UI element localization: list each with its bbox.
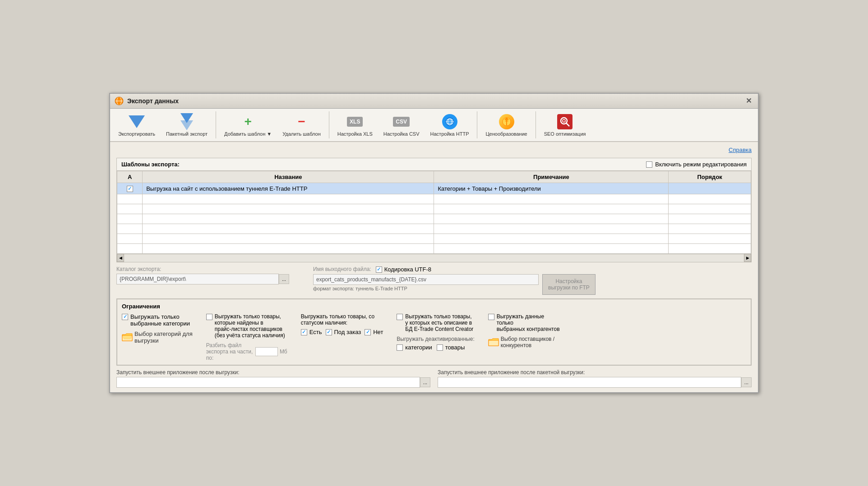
check-yes-checkbox[interactable] [301, 329, 307, 335]
add-template-icon: + [240, 114, 256, 130]
launch-section: Запустить внешнее приложение после выгру… [116, 369, 752, 388]
folder-cats-icon [122, 333, 133, 342]
goods-deact-label: товары [445, 344, 465, 351]
output-file-group: Имя выходного файла: Кодировка UTF-8 фор… [313, 266, 752, 295]
status-label: Выгружать только товары, со статусом нал… [301, 313, 383, 326]
launch-batch-browse[interactable]: ... [741, 377, 752, 387]
table-row[interactable]: Выгрузка на сайт с использованием туннел… [117, 183, 751, 194]
csv-settings-button[interactable]: CSV Настройка CSV [379, 112, 424, 138]
description-checkbox[interactable] [397, 314, 403, 320]
table-row[interactable] [117, 224, 751, 234]
catalog-input[interactable] [116, 274, 279, 284]
table-row[interactable] [117, 214, 751, 224]
row-order-cell [669, 204, 751, 214]
format-text: формат экспорта: туннель E-Trade HTTP [313, 286, 539, 291]
table-row[interactable] [117, 234, 751, 243]
help-link[interactable]: Справка [116, 147, 752, 153]
export-label: Экспортировать [118, 131, 155, 137]
split-input[interactable] [255, 347, 278, 356]
output-file-label: Имя выходного файла: [313, 266, 371, 272]
cats-deact-checkbox[interactable] [397, 344, 403, 351]
price-button[interactable]: Ценообразование [481, 112, 531, 138]
select-suppliers-btn[interactable]: Выбор поставщиков / конкурентов [501, 336, 554, 348]
supplier-price-row: Выгружать только товары, которые найдены… [206, 313, 287, 339]
row-active-cell [117, 204, 143, 214]
restrictions-box: Ограничения Выгружать только выбранные к… [116, 298, 752, 366]
restrictions-col5: Выгружать данные только выбранных контра… [488, 313, 560, 348]
select-cats-btn[interactable]: Выбор категорий для выгрузки [134, 330, 193, 344]
restrictions-col3: Выгружать только товары, со статусом нал… [301, 313, 383, 335]
selected-cats-checkbox[interactable] [122, 314, 128, 320]
launch-batch-input-row: ... [438, 377, 752, 388]
restrictions-col4: Выгружать только товары, у которых есть … [397, 313, 474, 351]
http-settings-label: Настройка HTTP [430, 131, 469, 137]
check-order-checkbox[interactable] [326, 329, 332, 335]
split-unit: Мб [280, 348, 287, 355]
restrictions-col1: Выгружать только выбранные категории Выб… [122, 313, 193, 344]
close-button[interactable]: ✕ [744, 97, 753, 105]
deactivated-checks: категории товары [397, 344, 474, 351]
horizontal-scrollbar[interactable]: ◀ ▶ [117, 254, 751, 262]
catalog-input-row: ... [116, 274, 306, 284]
check-order-label: Под заказ [334, 329, 361, 335]
export-icon [129, 114, 145, 130]
encoding-label: Кодировка UTF-8 [384, 266, 431, 273]
http-settings-button[interactable]: Настройка HTTP [426, 112, 474, 138]
launch-after-browse[interactable]: ... [420, 377, 430, 387]
xls-settings-label: Настройка XLS [337, 131, 373, 137]
row-active-cell [117, 224, 143, 234]
deactivated-group: Выгружать деактивированные: категории то… [397, 336, 474, 351]
scroll-left-arrow[interactable]: ◀ [117, 254, 124, 262]
batch-export-button[interactable]: Пакетный экспорт [162, 112, 212, 138]
selected-contractors-row: Выгружать данные только выбранных контра… [488, 313, 560, 332]
separator-3 [477, 111, 477, 138]
restrictions-col2: Выгружать только товары, которые найдены… [206, 313, 287, 361]
row-note-cell [434, 204, 669, 214]
row-note-cell [434, 214, 669, 224]
table-row[interactable] [117, 243, 751, 253]
catalog-file-row: Каталог экспорта: ... Имя выходного файл… [116, 266, 752, 295]
selected-contractors-checkbox[interactable] [488, 314, 494, 320]
table-wrapper: А Название Примечание Порядок Выгрузка н… [117, 171, 751, 254]
row-active-cell [117, 243, 143, 253]
xls-settings-button[interactable]: XLS Настройка XLS [333, 112, 377, 138]
select-cats-btn-row: Выбор категорий для выгрузки [122, 330, 193, 344]
csv-settings-label: Настройка CSV [383, 131, 420, 137]
seo-button[interactable]: SEO оптимизация [540, 112, 591, 138]
ftp-settings-button[interactable]: Настройка выгрузки по FTP [542, 274, 596, 295]
add-template-button[interactable]: + Добавить шаблон ▼ [220, 112, 276, 138]
supplier-price-checkbox[interactable] [206, 314, 212, 320]
row-active-cell [117, 234, 143, 243]
launch-batch-group: Запустить внешнее приложение после пакет… [438, 369, 752, 388]
launch-batch-input[interactable] [438, 377, 741, 388]
row-name-cell: Выгрузка на сайт с использованием туннел… [143, 183, 434, 194]
main-window: Экспорт данных ✕ Экспортировать Пакетный… [109, 93, 759, 393]
row-name-cell [143, 194, 434, 204]
row-name-cell [143, 234, 434, 243]
table-row[interactable] [117, 204, 751, 214]
encoding-row: Кодировка UTF-8 [376, 266, 431, 273]
launch-after-label: Запустить внешнее приложение после выгру… [116, 369, 430, 376]
encoding-checkbox[interactable] [376, 266, 382, 273]
del-template-button[interactable]: − Удалить шаблон [278, 112, 325, 138]
price-label: Ценообразование [485, 131, 527, 137]
col-order: Порядок [669, 171, 751, 183]
check-no-checkbox[interactable] [365, 329, 371, 335]
title-bar: Экспорт данных ✕ [110, 94, 758, 109]
catalog-browse-button[interactable]: ... [279, 274, 289, 284]
table-row[interactable] [117, 194, 751, 204]
goods-deact-checkbox[interactable] [437, 344, 443, 351]
seo-icon [557, 114, 573, 130]
row-name-cell [143, 214, 434, 224]
row-note-cell [434, 243, 669, 253]
output-file-input[interactable] [313, 274, 539, 285]
check-no-row: Нет [365, 329, 383, 335]
export-button[interactable]: Экспортировать [114, 112, 160, 138]
scroll-track[interactable] [124, 254, 744, 262]
edit-mode-checkbox[interactable] [646, 161, 652, 168]
scroll-right-arrow[interactable]: ▶ [744, 254, 751, 262]
toolbar: Экспортировать Пакетный экспорт + Добави… [110, 109, 758, 142]
row-checkbox[interactable] [127, 186, 133, 192]
row-active-cell [117, 214, 143, 224]
launch-after-input[interactable] [116, 377, 420, 388]
